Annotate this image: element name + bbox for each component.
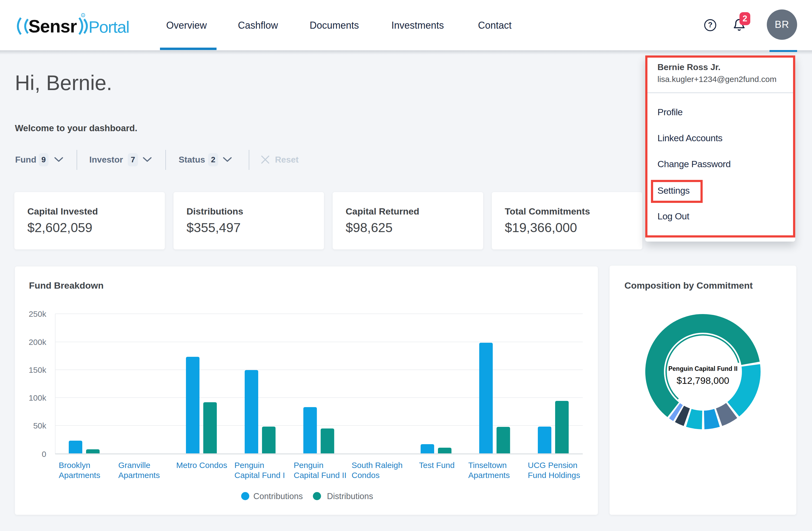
svg-text:Apartments: Apartments <box>468 471 510 480</box>
svg-text:0: 0 <box>42 449 46 458</box>
svg-text:Penguin: Penguin <box>294 461 323 470</box>
svg-text:South Raleigh: South Raleigh <box>352 461 403 470</box>
svg-text:Fund Breakdown: Fund Breakdown <box>29 280 104 291</box>
svg-text:100k: 100k <box>29 393 46 402</box>
svg-text:Distributions: Distributions <box>327 491 373 501</box>
svg-text:Fund Holdings: Fund Holdings <box>528 471 580 480</box>
svg-text:Apartments: Apartments <box>59 471 100 480</box>
svg-text:150k: 150k <box>29 366 46 374</box>
svg-text:Contributions: Contributions <box>253 491 303 501</box>
svg-text:Portal: Portal <box>88 18 129 36</box>
svg-text:250k: 250k <box>29 309 46 319</box>
svg-text:Condos: Condos <box>352 471 379 480</box>
svg-text:Penguin Capital Fund II: Penguin Capital Fund II <box>668 365 738 372</box>
svg-text:Capital Fund II: Capital Fund II <box>294 471 346 480</box>
svg-text:Composition by Commitment: Composition by Commitment <box>624 280 753 291</box>
svg-text:?: ? <box>708 21 713 29</box>
svg-text:UCG Pension: UCG Pension <box>528 461 577 470</box>
svg-text:Metro Condos: Metro Condos <box>176 461 227 470</box>
svg-text:200k: 200k <box>29 338 46 346</box>
svg-text:Granville: Granville <box>118 461 150 470</box>
svg-text:Capital Fund I: Capital Fund I <box>234 471 285 480</box>
svg-text:Tinseltown: Tinseltown <box>468 461 507 470</box>
svg-text:50k: 50k <box>33 421 46 430</box>
svg-text:$12,798,000: $12,798,000 <box>677 375 729 386</box>
svg-text:Apartments: Apartments <box>118 471 160 480</box>
svg-text:Test Fund: Test Fund <box>419 461 455 470</box>
svg-text:Brooklyn: Brooklyn <box>59 461 90 470</box>
svg-text:R: R <box>82 14 84 17</box>
svg-text:Penguin: Penguin <box>234 461 264 470</box>
svg-text:Sensr: Sensr <box>28 16 77 36</box>
